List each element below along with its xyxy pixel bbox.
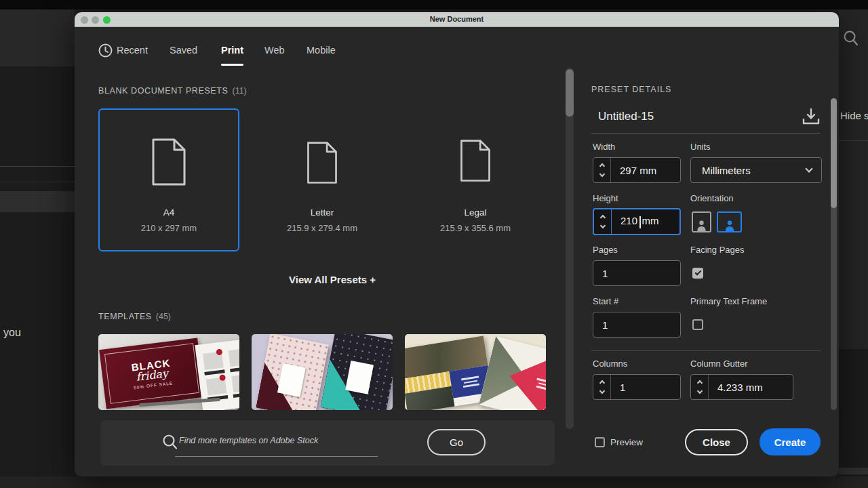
start-number-field[interactable]: 1 xyxy=(593,312,681,338)
pages-label: Pages xyxy=(593,245,618,255)
facing-pages-checkbox[interactable] xyxy=(692,268,703,279)
new-document-dialog: New Document Recent Saved Print Web Mobi… xyxy=(75,12,839,476)
preset-dims: 215.9 x 355.6 mm xyxy=(405,223,546,233)
columns-field[interactable]: 1 xyxy=(593,374,681,400)
background-divider xyxy=(0,182,75,182)
left-scrollbar-track[interactable] xyxy=(566,68,574,429)
gutter-stepper[interactable] xyxy=(691,375,709,399)
desktop-top-strip xyxy=(0,0,868,9)
background-right-band xyxy=(839,468,868,474)
preset-name: Legal xyxy=(405,207,546,218)
height-label: Height xyxy=(593,193,618,203)
background-bottom xyxy=(0,476,868,488)
start-number-label: Start # xyxy=(593,296,618,306)
orientation-portrait-button[interactable] xyxy=(692,211,711,232)
adobe-stock-search-bar: Find more templates on Adobe Stock Go xyxy=(100,420,555,466)
document-name-field[interactable]: Untitled-15 xyxy=(598,110,654,123)
right-scrollbar-thumb[interactable] xyxy=(831,98,837,208)
screen: you Hide s New Document Recent Saved Pri… xyxy=(0,0,868,488)
preset-name: A4 xyxy=(98,207,239,218)
app-search-icon[interactable] xyxy=(842,30,860,49)
tab-saved[interactable]: Saved xyxy=(170,45,197,56)
view-all-presets-link[interactable]: View All Presets + xyxy=(237,274,427,285)
background-text-hide: Hide s xyxy=(840,110,868,121)
background-panel-top-left xyxy=(0,9,75,66)
template-thumb-covers[interactable] xyxy=(252,334,393,410)
document-icon xyxy=(305,140,339,185)
portrait-person-icon xyxy=(695,220,708,231)
background-divider xyxy=(839,140,868,141)
search-icon xyxy=(161,434,179,451)
blank-presets-count: (11) xyxy=(232,86,246,96)
tab-recent[interactable]: Recent xyxy=(117,45,148,56)
preview-checkbox[interactable] xyxy=(595,437,605,447)
close-button[interactable]: Close xyxy=(685,429,748,455)
stock-search-input[interactable]: Find more templates on Adobe Stock xyxy=(179,436,318,445)
card-frame xyxy=(104,343,199,404)
units-select[interactable]: Millimeters xyxy=(690,157,822,183)
columns-label: Columns xyxy=(593,359,627,369)
background-left xyxy=(0,66,75,488)
templates-count: (45) xyxy=(156,312,171,321)
black-friday-card: BLACK friday 50% OFF SALE xyxy=(99,338,205,409)
input-underline xyxy=(175,456,378,457)
document-icon xyxy=(458,133,492,188)
tab-web[interactable]: Web xyxy=(264,45,285,56)
dark-cover xyxy=(321,334,393,410)
active-tab-indicator xyxy=(221,64,243,66)
clock-icon xyxy=(98,43,113,58)
background-row-highlight xyxy=(0,191,75,212)
tab-mobile[interactable]: Mobile xyxy=(307,45,336,56)
chevron-down-icon xyxy=(805,165,812,172)
height-field[interactable]: 210mm xyxy=(593,208,681,235)
blank-presets-heading: BLANK DOCUMENT PRESETS(11) xyxy=(98,86,247,96)
preset-dims: 215.9 x 279.4 mm xyxy=(252,223,393,233)
pink-cover xyxy=(256,334,329,410)
background-divider xyxy=(0,166,75,167)
column-gutter-field[interactable]: 4.233 mm xyxy=(690,374,793,400)
go-button[interactable]: Go xyxy=(427,429,486,455)
orientation-landscape-button[interactable] xyxy=(717,211,742,232)
divider xyxy=(591,133,821,134)
height-stepper[interactable] xyxy=(594,209,612,234)
preset-name: Letter xyxy=(252,207,393,218)
orientation-label: Orientation xyxy=(690,193,734,203)
primary-text-frame-checkbox[interactable] xyxy=(692,319,703,330)
primary-text-frame-label: Primary Text Frame xyxy=(690,296,767,306)
background-text-left: you xyxy=(3,327,21,339)
check-icon xyxy=(694,269,701,276)
preset-dims: 210 x 297 mm xyxy=(98,223,239,233)
width-stepper[interactable] xyxy=(593,158,611,182)
pages-field[interactable]: 1 xyxy=(593,260,681,286)
template-thumb-greeting-cards[interactable] xyxy=(405,334,546,410)
column-gutter-label: Column Gutter xyxy=(690,359,748,369)
create-button[interactable]: Create xyxy=(760,428,821,455)
left-scrollbar-thumb[interactable] xyxy=(566,69,574,117)
template-thumb-black-friday[interactable]: BLACK friday 50% OFF SALE xyxy=(98,334,239,410)
tab-print[interactable]: Print xyxy=(221,45,243,56)
width-field[interactable]: 297 mm xyxy=(593,157,681,183)
facing-pages-label: Facing Pages xyxy=(690,245,745,255)
greeting-card-right xyxy=(479,336,546,410)
width-label: Width xyxy=(593,142,615,152)
divider xyxy=(591,350,821,351)
landscape-person-icon xyxy=(723,220,736,231)
save-preset-icon[interactable] xyxy=(802,107,821,126)
templates-heading: TEMPLATES(45) xyxy=(98,312,171,321)
units-label: Units xyxy=(690,142,711,152)
window-title: New Document xyxy=(75,15,839,23)
preview-label: Preview xyxy=(610,437,643,447)
preset-details-heading: PRESET DETAILS xyxy=(591,85,671,94)
columns-stepper[interactable] xyxy=(593,375,611,399)
document-icon xyxy=(150,138,188,186)
text-caret xyxy=(639,216,641,228)
